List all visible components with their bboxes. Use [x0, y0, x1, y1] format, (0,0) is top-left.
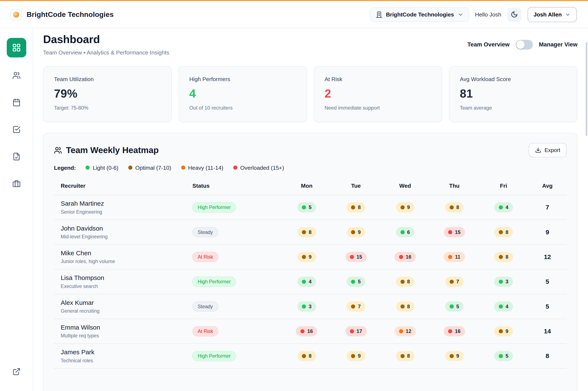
column-header: Fri [479, 179, 528, 195]
workload-value: 8 [309, 229, 312, 235]
workload-dot [499, 329, 503, 333]
recruiter-name: Mike Chen [61, 250, 192, 257]
legend-dot [86, 166, 90, 170]
moon-icon [511, 11, 518, 18]
app-title: BrightCode Technologies [27, 10, 114, 19]
legend-item: Overloaded (15+) [233, 165, 284, 171]
briefcase-icon [12, 180, 20, 188]
workload-cell: 6 [396, 227, 414, 237]
workload-value: 15 [356, 254, 362, 260]
workload-dot [499, 280, 503, 284]
sidebar-item-external-link[interactable] [7, 363, 25, 381]
legend-item: Heavy (11-14) [181, 165, 223, 171]
export-button[interactable]: Export [529, 143, 567, 157]
stats-row: Team Utilization79%Target: 75-80%High Pe… [43, 66, 578, 122]
recruiter-name: Alex Kumar [61, 299, 192, 307]
logo-mark [13, 11, 19, 17]
workload-dot [400, 230, 404, 234]
legend-dot [233, 166, 237, 170]
table-row: John DavidsonMid-level EngineeringSteady… [54, 220, 567, 244]
workload-dot [400, 205, 404, 210]
workload-cell: 8 [396, 301, 414, 312]
greeting-text: Hello Josh [475, 11, 501, 17]
workload-cell: 4 [494, 301, 513, 312]
column-header: Mon [282, 179, 331, 195]
workload-cell: 3 [494, 277, 513, 287]
workload-cell: 17 [345, 326, 367, 336]
recruiter-name: Emma Wilson [61, 324, 192, 331]
stat-label: Avg Workload Score [460, 76, 567, 82]
user-menu-label: Josh Allen [534, 11, 562, 17]
workload-dot [302, 205, 306, 210]
dashboard-grid-icon [12, 43, 21, 52]
workload-value: 6 [407, 229, 410, 235]
workload-dot [499, 230, 503, 234]
stat-sub: Need immediate support [325, 105, 431, 111]
sidebar-item-team[interactable] [7, 67, 25, 85]
legend-item: Light (0-6) [86, 165, 118, 171]
recruiter-role: Mid-level Engineering [61, 234, 192, 240]
stat-sub: Team average [460, 105, 567, 111]
sidebar-item-tasks[interactable] [7, 120, 25, 138]
view-toggle-switch[interactable] [516, 40, 533, 49]
workload-value: 5 [457, 303, 459, 309]
workload-dot [351, 304, 355, 309]
workload-dot [399, 329, 403, 333]
heatmap-card: Team Weekly Heatmap Export Legend: Light… [43, 133, 578, 391]
workload-value: 17 [356, 328, 362, 334]
workload-cell: 9 [297, 252, 316, 262]
workload-cell: 3 [297, 301, 316, 312]
workload-value: 4 [506, 204, 508, 210]
workload-cell: 8 [396, 277, 414, 287]
recruiter-name: James Park [61, 349, 192, 356]
recruiter-role: Technical roles [61, 358, 192, 363]
workload-value: 8 [407, 279, 410, 285]
legend-label: Optimal (7-10) [135, 165, 171, 171]
workload-value: 11 [455, 254, 460, 260]
avg-value: 8 [528, 344, 567, 368]
avg-value: 12 [528, 244, 567, 269]
sidebar-item-dashboard[interactable] [6, 38, 26, 57]
avg-value: 7 [528, 195, 567, 220]
toggle-knob [516, 40, 524, 49]
dark-mode-button[interactable] [507, 7, 522, 22]
check-square-icon [12, 125, 20, 134]
workload-value: 15 [455, 229, 461, 235]
workload-cell: 9 [494, 326, 513, 336]
workload-dot [350, 329, 354, 333]
recruiter-name: Lisa Thompson [61, 275, 192, 282]
heatmap-title-row: Team Weekly Heatmap [54, 145, 159, 155]
stat-card: High Performers4Out of 10 recruiters [178, 66, 307, 122]
workload-cell: 11 [444, 252, 465, 262]
company-selector[interactable]: BrightCode Technologies [370, 7, 469, 22]
workload-dot [302, 304, 306, 309]
chevron-down-icon [457, 11, 463, 17]
workload-dot [499, 304, 503, 309]
file-check-icon [12, 152, 20, 161]
workload-dot [351, 280, 355, 284]
status-badge: Steady [192, 301, 218, 312]
stat-sub: Target: 75-80% [54, 105, 161, 111]
stat-value: 81 [460, 87, 567, 101]
recruiter-role: Junior roles, high volume [61, 259, 192, 264]
table-row: Alex KumarGeneral recruitingSteady378545 [54, 294, 567, 319]
sidebar-item-jobs[interactable] [7, 175, 25, 193]
workload-dot [450, 205, 454, 210]
sidebar-item-documents[interactable] [7, 148, 25, 166]
workload-value: 8 [407, 353, 410, 359]
workload-dot [302, 280, 306, 284]
legend-title: Legend: [54, 165, 76, 171]
workload-dot [400, 304, 404, 309]
workload-dot [351, 230, 355, 234]
workload-value: 16 [455, 328, 461, 334]
stat-label: High Performers [189, 76, 296, 82]
workload-dot [448, 329, 452, 333]
scrollbar-thumb[interactable] [586, 42, 587, 136]
user-menu-button[interactable]: Josh Allen [527, 7, 577, 22]
table-row: James ParkTechnical rolesHigh Performer8… [54, 344, 567, 368]
calendar-icon [12, 98, 20, 107]
avg-value: 5 [528, 269, 567, 294]
status-badge: At Risk [192, 326, 218, 336]
sidebar-item-calendar[interactable] [7, 94, 25, 111]
status-badge: High Performer [192, 277, 236, 287]
